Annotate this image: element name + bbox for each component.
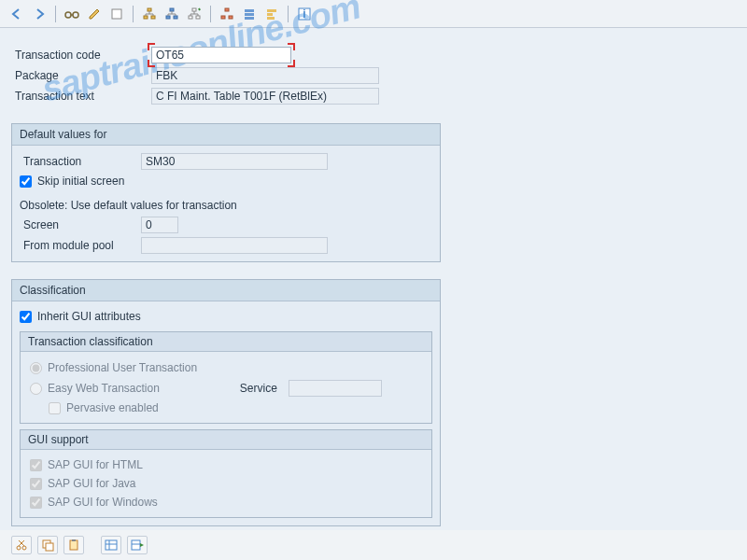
svg-rect-12 [166,16,170,19]
svg-rect-38 [70,540,78,550]
package-value: FBK [151,67,379,84]
svg-rect-6 [151,16,155,19]
module-pool-label: From module pool [20,239,141,252]
svg-rect-29 [267,17,275,20]
svg-rect-20 [196,16,200,19]
main-content: Transaction code Package FBK Transaction… [0,28,747,530]
stack-icon[interactable] [240,5,259,23]
svg-rect-21 [225,8,229,11]
where-used-icon[interactable] [185,5,204,23]
radio-professional [30,362,42,374]
svg-rect-18 [192,8,196,11]
svg-rect-3 [112,9,121,19]
radio-easyweb-label: Easy Web Transaction [48,382,160,395]
svg-point-0 [65,12,71,18]
svg-rect-22 [221,16,225,19]
new-icon[interactable] [107,5,126,23]
svg-rect-4 [148,8,151,11]
forward-icon[interactable] [30,5,49,23]
default-values-title: Default values for [12,124,440,146]
classification-title: Classification [12,280,440,301]
gui-windows-label: SAP GUI for Windows [48,496,158,509]
svg-rect-5 [144,16,148,19]
transaction-code-input[interactable] [151,47,291,63]
svg-point-1 [73,12,78,18]
service-label: Service [240,382,277,395]
svg-rect-24 [245,9,254,12]
svg-rect-13 [174,16,177,19]
cut-icon[interactable] [11,536,32,554]
pervasive-label: Pervasive enabled [66,401,159,414]
info-icon[interactable]: i [295,5,314,23]
inherit-gui-checkbox[interactable] [20,311,32,323]
svg-point-33 [22,546,26,550]
transaction-text-label: Transaction text [11,90,151,103]
glasses-icon[interactable] [63,5,81,23]
svg-rect-37 [46,543,53,551]
table-next-icon[interactable] [127,536,148,554]
trans-class-title: Transaction classification [21,332,431,352]
edit-icon[interactable] [85,5,104,23]
gui-support-title: GUI support [21,430,431,450]
svg-rect-25 [245,13,254,16]
module-pool-value [141,237,328,254]
gui-java-checkbox [30,478,42,490]
service-input [289,380,382,397]
package-label: Package [11,69,151,82]
paste-icon[interactable] [63,536,84,554]
svg-rect-27 [267,9,276,12]
svg-rect-28 [267,13,273,16]
default-values-group: Default values for Transaction SM30 Skip… [11,123,441,262]
classification-group: Classification Inherit GUI attributes Tr… [11,279,441,526]
gui-html-label: SAP GUI for HTML [48,458,143,471]
bottom-toolbar [11,536,148,554]
gui-support-subgroup: GUI support SAP GUI for HTML SAP GUI for… [20,429,432,518]
table-icon[interactable] [101,536,121,554]
gui-java-label: SAP GUI for Java [48,477,135,490]
svg-point-32 [17,546,21,550]
def-transaction-value: SM30 [141,153,328,170]
transaction-code-label: Transaction code [11,49,151,62]
gui-windows-checkbox [30,497,42,509]
svg-rect-23 [229,16,233,19]
def-transaction-label: Transaction [20,155,141,168]
toolbar: i [0,0,747,28]
radio-easyweb [30,383,42,395]
skip-initial-checkbox[interactable] [20,175,32,188]
obsolete-text: Obsolete: Use default values for transac… [20,199,237,212]
structure-icon[interactable] [218,5,236,23]
svg-text:i: i [303,7,305,21]
hierarchy2-icon[interactable] [162,5,181,23]
svg-rect-40 [106,540,117,550]
transaction-text-value: C FI Maint. Table T001F (RetBlEx) [151,88,379,105]
pervasive-checkbox [49,402,61,414]
svg-rect-43 [132,540,140,550]
skip-initial-label: Skip initial screen [37,175,124,188]
back-icon[interactable] [7,5,26,23]
svg-rect-26 [245,17,254,20]
copy-icon[interactable] [37,536,58,554]
radio-professional-label: Professional User Transaction [48,361,197,374]
inherit-gui-label: Inherit GUI attributes [37,310,141,323]
svg-rect-19 [189,16,192,19]
svg-rect-11 [170,8,174,11]
screen-value: 0 [141,217,178,233]
screen-label: Screen [20,218,141,231]
align-icon[interactable] [262,5,281,23]
hierarchy1-icon[interactable] [140,5,159,23]
svg-rect-39 [72,539,76,541]
gui-html-checkbox [30,459,42,471]
transaction-classification-subgroup: Transaction classification Professional … [20,331,432,424]
